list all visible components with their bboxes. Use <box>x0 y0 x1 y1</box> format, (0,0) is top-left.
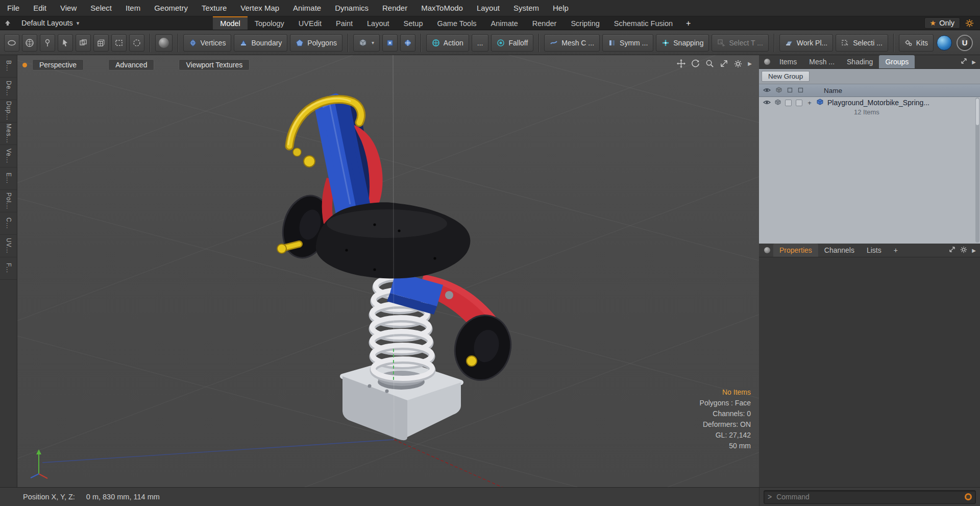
tool-cursor-icon[interactable] <box>58 34 73 52</box>
panel-maximize-icon[interactable] <box>961 58 967 66</box>
menu-render[interactable]: Render <box>382 4 407 12</box>
menu-texture[interactable]: Texture <box>202 4 227 12</box>
menu-dynamics[interactable]: Dynamics <box>335 4 369 12</box>
left-tab-polygon[interactable]: Pol... <box>0 190 17 212</box>
viewport-3d[interactable]: Perspective Advanced Viewport Textures ▶… <box>17 55 759 487</box>
menu-item[interactable]: Item <box>126 4 140 12</box>
shading-mode-button[interactable]: Advanced <box>108 59 154 70</box>
layouts-home-button[interactable] <box>0 16 15 30</box>
left-tab-basic[interactable]: B... <box>0 55 17 78</box>
row-checkbox-1[interactable] <box>785 100 792 106</box>
mesh-constraints-button[interactable]: Mesh C ... <box>544 34 600 52</box>
viewport-gear-icon[interactable] <box>734 60 742 68</box>
tab-scripting[interactable]: Scripting <box>564 16 606 30</box>
selection-sets-button[interactable]: Selecti ... <box>836 34 888 52</box>
viewport-flyout-icon[interactable]: ▶ <box>748 61 752 66</box>
menu-edit[interactable]: Edit <box>33 4 46 12</box>
tab-paint[interactable]: Paint <box>329 16 360 30</box>
item-mode-dropdown[interactable]: ▾ <box>353 34 380 52</box>
favorites-only-button[interactable]: ★ Only <box>924 17 960 29</box>
panel-maximize-icon[interactable] <box>949 246 955 254</box>
row-expander[interactable]: + <box>806 99 813 107</box>
left-tab-flex[interactable]: F... <box>0 257 17 280</box>
default-layouts-dropdown[interactable]: Default Layouts ▾ <box>15 16 85 30</box>
group-item-name[interactable]: Playground_Motorbike_Spring... <box>827 99 929 107</box>
tab-setup[interactable]: Setup <box>397 16 430 30</box>
new-group-button[interactable]: New Group <box>762 71 810 82</box>
kits-button[interactable]: Kits <box>899 34 934 52</box>
tool-lasso-select-icon[interactable] <box>129 34 144 52</box>
tab-topology[interactable]: Topology <box>248 16 291 30</box>
name-column-header[interactable]: Name <box>824 87 842 94</box>
left-tab-curves[interactable]: C... <box>0 212 17 235</box>
menu-maxtomodo[interactable]: MaxToModo <box>421 4 463 12</box>
add-layout-tab-button[interactable]: + <box>680 16 697 30</box>
tool-sphere-icon[interactable] <box>22 34 37 52</box>
tab-schematic-fusion[interactable]: Schematic Fusion <box>607 16 680 30</box>
menu-geometry[interactable]: Geometry <box>154 4 188 12</box>
menu-file[interactable]: File <box>7 4 19 12</box>
tab-animate[interactable]: Animate <box>484 16 525 30</box>
work-plane-button[interactable]: Work Pl... <box>779 34 833 52</box>
polygons-mode-button[interactable]: Polygons <box>290 34 342 52</box>
menu-vertex-map[interactable]: Vertex Map <box>240 4 279 12</box>
tab-uvedit[interactable]: UVEdit <box>291 16 329 30</box>
tab-model[interactable]: Model <box>213 16 248 30</box>
foundry-account-button[interactable]: U <box>957 35 973 51</box>
vertices-mode-button[interactable]: Vertices <box>183 34 232 52</box>
boundary-mode-button[interactable]: Boundary <box>234 34 287 52</box>
tab-shading[interactable]: Shading <box>841 55 879 68</box>
zoom-icon[interactable] <box>705 59 714 68</box>
left-tab-uv[interactable]: UV... <box>0 235 17 257</box>
falloff-button[interactable]: Falloff <box>491 34 533 52</box>
tab-mesh-ops[interactable]: Mesh ... <box>803 55 841 68</box>
preset-sphere-button[interactable] <box>155 34 173 52</box>
menu-view[interactable]: View <box>60 4 77 12</box>
tool-copy-icon[interactable] <box>76 34 91 52</box>
perspective-view-button[interactable]: Perspective <box>32 59 84 70</box>
menu-help[interactable]: Help <box>553 4 569 12</box>
row-checkbox-2[interactable] <box>796 100 802 106</box>
tool-cube-array-icon[interactable] <box>93 34 109 52</box>
left-tab-edge[interactable]: E... <box>0 167 17 190</box>
modo-cloud-button[interactable] <box>936 35 952 51</box>
pivot-mode-icon[interactable] <box>400 34 415 52</box>
tab-layout[interactable]: Layout <box>360 16 397 30</box>
maximize-icon[interactable] <box>720 59 728 68</box>
center-mode-icon[interactable] <box>382 34 398 52</box>
left-tab-vertex[interactable]: Ve... <box>0 145 17 167</box>
panel-flyout-icon[interactable]: ▶ <box>972 248 976 253</box>
layout-settings-gear-button[interactable] <box>965 19 974 28</box>
panel-flyout-icon[interactable]: ▶ <box>972 59 976 65</box>
command-input-field[interactable]: > <box>764 490 976 504</box>
panel-gear-icon[interactable] <box>960 246 967 255</box>
menu-animate[interactable]: Animate <box>293 4 321 12</box>
menu-system[interactable]: System <box>513 4 539 12</box>
menu-select[interactable]: Select <box>90 4 112 12</box>
tab-properties[interactable]: Properties <box>773 244 818 257</box>
snapping-button[interactable]: Snapping <box>656 34 709 52</box>
tool-ellipse-icon[interactable] <box>4 34 19 52</box>
add-panel-tab-button[interactable]: + <box>888 244 904 257</box>
action-overflow-button[interactable]: ... <box>472 34 489 52</box>
row-render-cube-icon[interactable] <box>775 99 781 107</box>
macro-record-icon[interactable] <box>965 493 972 500</box>
panel-menu-icon[interactable] <box>764 59 770 65</box>
menu-layout[interactable]: Layout <box>477 4 500 12</box>
panel-menu-icon[interactable] <box>764 247 770 253</box>
tab-lists[interactable]: Lists <box>861 244 888 257</box>
select-through-button[interactable]: Select T ... <box>712 34 768 52</box>
tab-items[interactable]: Items <box>773 55 803 68</box>
model-spring-rider[interactable] <box>276 97 518 440</box>
row-eye-icon[interactable] <box>763 99 771 107</box>
viewport-canvas[interactable] <box>17 55 759 487</box>
groups-scrollbar[interactable] <box>975 98 979 243</box>
tool-rect-select-icon[interactable] <box>111 34 127 52</box>
tab-game-tools[interactable]: Game Tools <box>430 16 484 30</box>
action-center-button[interactable]: Action <box>426 34 469 52</box>
tab-render[interactable]: Render <box>525 16 564 30</box>
tool-pin-icon[interactable] <box>40 34 55 52</box>
left-tab-mesh-edit[interactable]: Mes... <box>0 123 17 145</box>
tab-channels[interactable]: Channels <box>818 244 861 257</box>
command-input[interactable] <box>775 492 961 501</box>
